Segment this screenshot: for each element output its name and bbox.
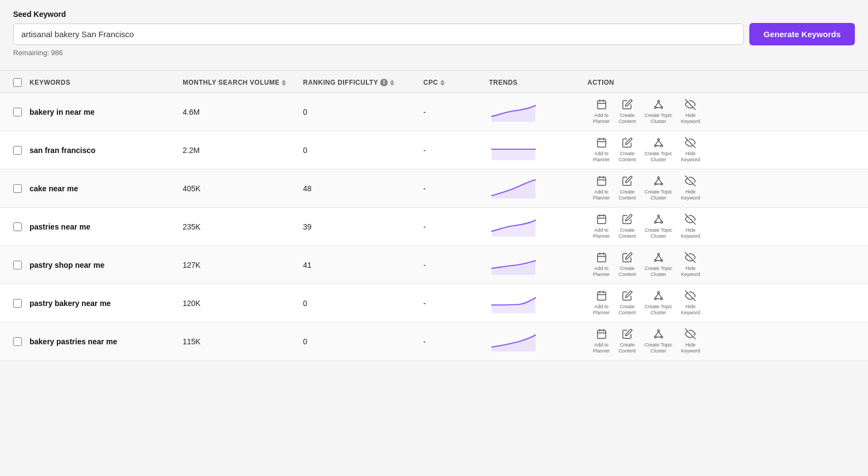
difficulty-cell: 39: [303, 222, 423, 231]
calendar-icon: [596, 328, 607, 341]
col-cpc[interactable]: CPC: [423, 79, 489, 86]
row-checkbox-6[interactable]: [13, 337, 22, 346]
difficulty-sort-icon: [390, 80, 394, 86]
difficulty-cell: 48: [303, 184, 423, 193]
svg-line-51: [655, 255, 659, 260]
cluster-icon: [653, 99, 664, 111]
table-row: pastry shop near me 127K 41 - Add toPlan…: [0, 246, 868, 284]
cluster-icon: [653, 137, 664, 150]
create-content-button[interactable]: CreateContent: [615, 325, 639, 357]
add-to-planner-button[interactable]: Add toPlanner: [590, 249, 613, 281]
action-cell: Add toPlanner CreateContent Create Topic…: [587, 210, 708, 243]
generate-keywords-button[interactable]: Generate Keywords: [749, 23, 855, 45]
trends-cell: [489, 291, 587, 315]
add-to-planner-button[interactable]: Add toPlanner: [590, 210, 613, 243]
hide-keyword-button[interactable]: HideKeyword: [678, 134, 703, 166]
row-checkbox-3[interactable]: [13, 222, 22, 231]
edit-icon: [622, 252, 633, 265]
edit-icon: [622, 175, 633, 188]
hide-keyword-button[interactable]: HideKeyword: [678, 96, 703, 128]
action-cell: Add toPlanner CreateContent Create Topic…: [587, 249, 708, 281]
hide-keyword-button[interactable]: HideKeyword: [678, 172, 703, 204]
create-topic-cluster-button[interactable]: Create TopicCluster: [642, 172, 675, 204]
create-content-button[interactable]: CreateContent: [615, 96, 639, 128]
create-topic-cluster-button[interactable]: Create TopicCluster: [642, 249, 675, 281]
create-topic-cluster-button[interactable]: Create TopicCluster: [642, 134, 675, 166]
edit-icon: [622, 290, 633, 303]
trends-cell: [489, 100, 587, 124]
add-to-planner-button[interactable]: Add toPlanner: [590, 172, 613, 204]
create-topic-cluster-button[interactable]: Create TopicCluster: [642, 325, 675, 357]
edit-icon: [622, 328, 633, 341]
calendar-icon: [596, 290, 607, 303]
cluster-icon: [653, 175, 664, 188]
cluster-icon: [653, 290, 664, 303]
hide-keyword-button[interactable]: HideKeyword: [678, 287, 703, 319]
remaining-count: Remaining: 986: [13, 49, 855, 57]
create-content-button[interactable]: CreateContent: [615, 134, 639, 166]
hide-keyword-label: HideKeyword: [681, 151, 700, 163]
create-topic-cluster-button[interactable]: Create TopicCluster: [642, 96, 675, 128]
col-volume[interactable]: MONTHLY SEARCH VOLUME: [183, 79, 303, 86]
row-checkbox-0[interactable]: [13, 108, 22, 116]
create-content-button[interactable]: CreateContent: [615, 210, 639, 243]
svg-rect-0: [597, 101, 605, 109]
action-cell: Add toPlanner CreateContent Create Topic…: [587, 325, 708, 357]
svg-line-30: [659, 179, 662, 183]
col-action: ACTION: [587, 79, 708, 86]
volume-cell: 2.2M: [183, 146, 303, 155]
keyword-cell: san fran francisco: [30, 137, 183, 163]
cpc-cell: -: [423, 222, 489, 231]
col-difficulty[interactable]: RANKING DIFFICULTY i: [303, 79, 423, 86]
svg-line-40: [655, 217, 659, 221]
table-row: san fran francisco 2.2M 0 - Add toPlanne…: [0, 131, 868, 169]
svg-rect-33: [597, 216, 605, 224]
keyword-cell: cake near me: [30, 175, 183, 202]
cpc-cell: -: [423, 261, 489, 269]
col-keywords: KEYWORDS: [30, 79, 183, 86]
select-all-checkbox[interactable]: [13, 78, 22, 87]
difficulty-cell: 0: [303, 108, 423, 116]
cpc-sort-icon: [440, 80, 445, 86]
create-content-button[interactable]: CreateContent: [615, 249, 639, 281]
create-content-button[interactable]: CreateContent: [615, 172, 639, 204]
keyword-cell: pastries near me: [30, 214, 183, 240]
table-header-row: KEYWORDS MONTHLY SEARCH VOLUME RANKING D…: [0, 70, 868, 93]
add-to-planner-button[interactable]: Add toPlanner: [590, 287, 613, 319]
create-content-label: CreateContent: [619, 304, 636, 316]
add-planner-label: Add toPlanner: [593, 342, 610, 354]
add-to-planner-button[interactable]: Add toPlanner: [590, 325, 613, 357]
create-content-button[interactable]: CreateContent: [615, 287, 639, 319]
add-planner-label: Add toPlanner: [593, 266, 610, 278]
seed-keyword-input[interactable]: [13, 23, 744, 45]
seed-keyword-label: Seed Keyword: [13, 10, 855, 19]
hide-icon: [685, 290, 696, 303]
add-to-planner-button[interactable]: Add toPlanner: [590, 134, 613, 166]
keywords-table: KEYWORDS MONTHLY SEARCH VOLUME RANKING D…: [0, 70, 868, 372]
row-checkbox-4[interactable]: [13, 261, 22, 269]
row-checkbox-1[interactable]: [13, 146, 22, 155]
volume-cell: 235K: [183, 222, 303, 231]
row-checkbox-5[interactable]: [13, 299, 22, 308]
create-topic-cluster-button[interactable]: Create TopicCluster: [642, 287, 675, 319]
svg-line-18: [655, 140, 659, 145]
create-topic-cluster-button[interactable]: Create TopicCluster: [642, 210, 675, 243]
hide-keyword-label: HideKeyword: [681, 189, 700, 201]
create-topic-label: Create TopicCluster: [645, 266, 672, 278]
create-topic-label: Create TopicCluster: [645, 304, 672, 316]
hide-keyword-button[interactable]: HideKeyword: [678, 249, 703, 281]
hide-keyword-label: HideKeyword: [681, 304, 700, 316]
hide-keyword-button[interactable]: HideKeyword: [678, 210, 703, 243]
trends-cell: [489, 215, 587, 238]
trends-cell: [489, 138, 587, 162]
svg-line-8: [659, 102, 662, 107]
hide-keyword-label: HideKeyword: [681, 266, 700, 278]
svg-line-52: [659, 255, 662, 260]
hide-icon: [685, 214, 696, 226]
difficulty-info-icon[interactable]: i: [380, 79, 388, 86]
svg-line-29: [655, 179, 659, 183]
create-content-label: CreateContent: [619, 342, 636, 354]
hide-keyword-button[interactable]: HideKeyword: [678, 325, 703, 357]
row-checkbox-2[interactable]: [13, 184, 22, 193]
add-to-planner-button[interactable]: Add toPlanner: [590, 96, 613, 128]
